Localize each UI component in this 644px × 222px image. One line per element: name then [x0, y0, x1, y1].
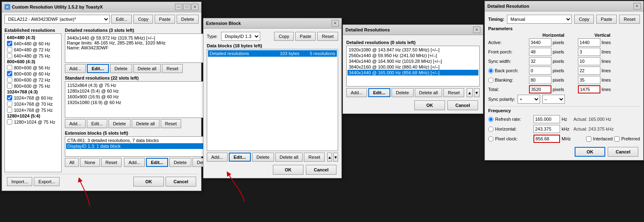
sync-v-select[interactable]: – +	[542, 95, 565, 104]
back-porch-v-input[interactable]	[578, 67, 600, 75]
detres2-cancel-btn[interactable]: Cancel	[608, 147, 638, 157]
detailed-edit-btn[interactable]: Edit...	[87, 64, 109, 73]
device-select[interactable]: DELA212 - AW3423DWF (active)*	[4, 15, 110, 24]
ext-none-btn[interactable]: None	[80, 158, 100, 167]
detres-deleteall-btn[interactable]: Delete all	[415, 88, 443, 97]
ext-reset-btn[interactable]: Reset	[101, 158, 122, 167]
front-porch-v-input[interactable]	[578, 48, 600, 56]
detres-item-3[interactable]: 3840x2160 @ 100.000 Hz (880.40 MHz) [+/–…	[347, 64, 478, 70]
active-v-input[interactable]	[578, 38, 600, 47]
check-640-72[interactable]: 640×480 @ 72 Hz	[6, 47, 60, 53]
total-v-input[interactable]	[578, 85, 600, 93]
ext-block-item[interactable]: Detailed resolutions 103 bytes 5 resolut…	[208, 50, 337, 57]
back-porch-radio[interactable]	[488, 68, 494, 73]
preferred-check[interactable]	[614, 136, 620, 142]
detres-reset-btn[interactable]: Reset	[443, 88, 464, 97]
ext-reset-top-btn[interactable]: Reset	[317, 32, 338, 41]
sync-width-h-input[interactable]	[529, 57, 551, 65]
ext-ok-btn[interactable]: OK	[273, 165, 303, 175]
detres-ok-btn[interactable]: OK	[414, 100, 445, 110]
ext-delete-btn[interactable]: Delete	[169, 158, 191, 167]
paste-btn-main[interactable]: Paste	[155, 15, 175, 24]
ext-close-btn[interactable]: ✕	[332, 20, 339, 27]
detres-item-2[interactable]: 3440x1440 @ 164.900 Hz (1019.28 MHz) [+/…	[347, 58, 478, 64]
check-800-75[interactable]: 800×600 @ 75 Hz	[6, 83, 60, 89]
import-btn[interactable]: Import...	[7, 177, 32, 186]
delete-btn-main[interactable]: Delete	[177, 15, 199, 24]
ext-add-btn[interactable]: Add...	[124, 158, 145, 167]
ext-cancel-btn[interactable]: Cancel	[306, 165, 336, 175]
detres-add-btn[interactable]: Add...	[346, 88, 367, 97]
pixel-clock-input[interactable]	[533, 135, 560, 143]
timing-reset-btn[interactable]: Reset	[619, 15, 640, 24]
cru-minimize-btn[interactable]: —	[175, 4, 182, 10]
timing-select[interactable]: Manual	[507, 15, 572, 24]
check-640-75[interactable]: 640×480 @ 75 Hz	[6, 53, 60, 59]
check-800-72[interactable]: 800×600 @ 72 Hz	[6, 77, 60, 83]
ext-blocks-down-btn[interactable]: ▼	[333, 153, 338, 162]
ext-blocks-reset-btn[interactable]: Reset	[304, 153, 325, 162]
standard-reset-btn[interactable]: Reset	[161, 119, 181, 128]
detres-delete-btn[interactable]: Delete	[392, 88, 414, 97]
check-800-56[interactable]: 800×600 @ 56 Hz	[6, 64, 60, 71]
refresh-input[interactable]	[533, 115, 560, 123]
blanking-radio[interactable]	[488, 78, 494, 83]
pixel-clock-radio[interactable]	[488, 136, 494, 142]
check-1024-60[interactable]: 1024×768 @ 60 Hz	[6, 95, 60, 101]
standard-add-btn[interactable]: Add...	[65, 119, 86, 128]
refresh-radio[interactable]	[488, 117, 494, 122]
cru-cancel-btn[interactable]: Cancel	[166, 177, 196, 186]
ext-all-btn[interactable]: All	[65, 158, 79, 167]
blanking-v-input[interactable]	[578, 76, 600, 84]
detres-close-btn[interactable]: ✕	[473, 27, 480, 33]
ext-copy-btn[interactable]: Copy	[274, 32, 294, 41]
interlaced-check[interactable]	[586, 136, 591, 142]
established-list[interactable]: 640×480 (4:3) 640×480 @ 60 Hz 640×480 @ …	[4, 33, 62, 172]
export-btn[interactable]: Export...	[34, 177, 60, 186]
ext-type-select[interactable]: DisplayID 1.3	[221, 32, 260, 41]
active-h-input[interactable]	[529, 38, 551, 47]
check-640-60[interactable]: 640×480 @ 60 Hz	[6, 40, 60, 47]
check-1280-75[interactable]: 1280×1024 @ 75 Hz	[6, 119, 60, 125]
standard-deleteall-btn[interactable]: Delete all	[132, 119, 159, 128]
detres-list[interactable]: 1920x1080 @ 143.847 Hz (337.50 MHz) [+/–…	[346, 46, 480, 87]
detres-item-4[interactable]: 3440x1440 @ 165.000 Hz (856.68 MHz) [+/–…	[347, 70, 478, 75]
horiz-freq-input[interactable]	[533, 125, 560, 133]
horiz-freq-radio[interactable]	[488, 127, 494, 132]
cru-ok-btn[interactable]: OK	[133, 177, 164, 186]
ext-edit-btn[interactable]: Edit...	[146, 158, 168, 167]
blanking-h-input[interactable]	[529, 76, 551, 84]
ext-blocks-up-btn[interactable]: ▲	[327, 153, 332, 162]
copy-btn-main[interactable]: Copy	[133, 15, 153, 24]
detres-down-btn[interactable]: ▼	[474, 88, 480, 97]
detailed-add-btn[interactable]: Add...	[65, 64, 86, 73]
ext-blocks-add-btn[interactable]: Add...	[207, 153, 228, 162]
ext-paste-btn[interactable]: Paste	[295, 32, 316, 41]
check-1024-70[interactable]: 1024×768 @ 70 Hz	[6, 101, 60, 107]
detailed-reset-btn[interactable]: Reset	[162, 64, 183, 73]
cru-maximize-btn[interactable]: □	[183, 4, 190, 10]
timing-paste-btn[interactable]: Paste	[596, 15, 617, 24]
edit-btn-main[interactable]: Edit...	[111, 15, 132, 24]
ext-blocks-list[interactable]: Detailed resolutions 103 bytes 5 resolut…	[207, 49, 338, 151]
sync-h-select[interactable]: + –	[518, 95, 540, 104]
standard-delete-btn[interactable]: Delete	[108, 119, 131, 128]
check-800-60[interactable]: 800×600 @ 60 Hz	[6, 71, 60, 77]
front-porch-h-input[interactable]	[529, 48, 551, 56]
detres-item-1[interactable]: 2560x1440 @ 59.950 Hz (241.50 MHz) [+/–]	[347, 53, 478, 58]
back-porch-h-input[interactable]	[529, 67, 551, 75]
total-h-input[interactable]	[529, 85, 551, 93]
check-1024-75[interactable]: 1024×768 @ 75 Hz	[6, 107, 60, 113]
detres-edit-btn[interactable]: Edit...	[368, 88, 390, 97]
sync-width-v-input[interactable]	[578, 57, 600, 65]
detres-up-btn[interactable]: ▲	[467, 88, 472, 97]
ext-blocks-edit-btn[interactable]: Edit...	[229, 153, 251, 162]
timing-copy-btn[interactable]: Copy	[574, 15, 594, 24]
detres2-close-btn[interactable]: ✕	[633, 3, 641, 9]
ext-blocks-delete-btn[interactable]: Delete	[252, 153, 274, 162]
detailed-delete-btn[interactable]: Delete	[110, 64, 132, 73]
standard-edit-btn[interactable]: Edit...	[87, 119, 107, 128]
detres2-ok-btn[interactable]: OK	[575, 147, 605, 157]
detres-cancel-btn[interactable]: Cancel	[447, 100, 478, 110]
detres-item-0[interactable]: 1920x1080 @ 143.847 Hz (337.50 MHz) [+/–…	[347, 47, 478, 53]
